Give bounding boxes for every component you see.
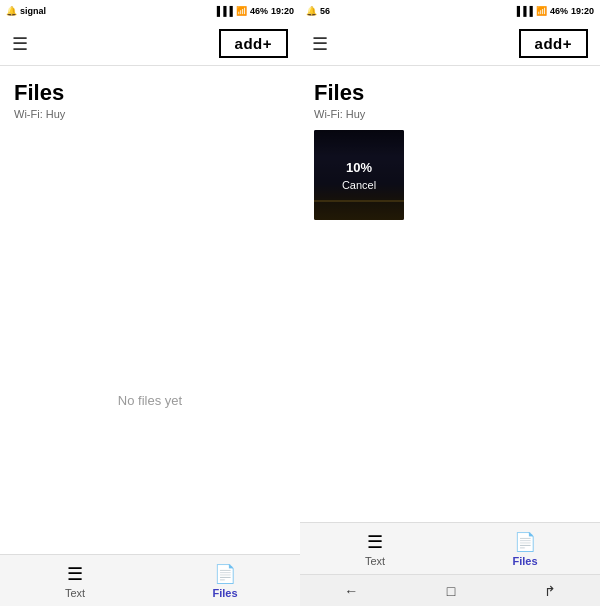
nav-text-left[interactable]: ☰ Text (0, 563, 150, 599)
battery-icon-right: 46% (550, 6, 568, 16)
status-left-icons: 🔔 signal (6, 6, 46, 16)
back-button[interactable]: ← (332, 579, 370, 603)
sim-icon: ▐▐▐ (214, 6, 233, 16)
wifi-info-right: Wi-Fi: Huy (314, 108, 586, 120)
upload-percent: 10% (346, 160, 372, 175)
status-number: signal (20, 6, 46, 16)
page-title-right: Files (314, 80, 586, 106)
notification-icon-right: 🔔 (306, 6, 317, 16)
files-nav-label: Files (212, 587, 237, 599)
nav-files-right[interactable]: 📄 Files (450, 531, 600, 567)
add-button-left[interactable]: add+ (219, 29, 288, 58)
text-nav-icon: ☰ (67, 563, 83, 585)
bottom-nav-left: ☰ Text 📄 Files (0, 554, 300, 606)
wifi-info-left: Wi-Fi: Huy (14, 108, 286, 120)
status-right-icons: ▐▐▐ 📶 46% 19:20 (214, 6, 294, 16)
page-title-left: Files (14, 80, 286, 106)
time-display: 19:20 (271, 6, 294, 16)
hamburger-menu-left[interactable]: ☰ (12, 33, 28, 55)
text-nav-label: Text (65, 587, 85, 599)
right-panel: 🔔 56 ▐▐▐ 📶 46% 19:20 ☰ add+ Files Wi-Fi:… (300, 0, 600, 606)
cancel-upload-button[interactable]: Cancel (342, 179, 376, 191)
status-bar-right: 🔔 56 ▐▐▐ 📶 46% 19:20 (300, 0, 600, 22)
nav-files-left[interactable]: 📄 Files (150, 563, 300, 599)
text-nav-label-right: Text (365, 555, 385, 567)
toolbar-left: ☰ add+ (0, 22, 300, 66)
battery-icon: 46% (250, 6, 268, 16)
wifi-icon: 📶 (236, 6, 247, 16)
nav-text-right[interactable]: ☰ Text (300, 531, 450, 567)
bottom-nav-right: ☰ Text 📄 Files (300, 522, 600, 574)
page-content-left: Files Wi-Fi: Huy No files yet (0, 66, 300, 554)
add-button-right[interactable]: add+ (519, 29, 588, 58)
files-nav-icon: 📄 (214, 563, 236, 585)
no-files-label-left: No files yet (118, 393, 182, 408)
status-number-right: 56 (320, 6, 330, 16)
hamburger-menu-right[interactable]: ☰ (312, 33, 328, 55)
files-nav-label-right: Files (512, 555, 537, 567)
recents-button[interactable]: ↱ (532, 579, 568, 603)
upload-thumbnail: 10% Cancel (314, 130, 404, 220)
android-nav-bar: ← □ ↱ (300, 574, 600, 606)
files-nav-icon-right: 📄 (514, 531, 536, 553)
time-display-right: 19:20 (571, 6, 594, 16)
sim-icon-right: ▐▐▐ (514, 6, 533, 16)
text-nav-icon-right: ☰ (367, 531, 383, 553)
toolbar-right: ☰ add+ (300, 22, 600, 66)
home-button[interactable]: □ (435, 579, 467, 603)
page-content-right: Files Wi-Fi: Huy 10% Cancel (300, 66, 600, 522)
wifi-icon-right: 📶 (536, 6, 547, 16)
status-right-left-icons: 🔔 56 (306, 6, 330, 16)
notification-icon: 🔔 (6, 6, 17, 16)
left-panel: 🔔 signal ▐▐▐ 📶 46% 19:20 ☰ add+ Files Wi… (0, 0, 300, 606)
status-right-right-icons: ▐▐▐ 📶 46% 19:20 (514, 6, 594, 16)
upload-overlay: 10% Cancel (314, 130, 404, 220)
status-bar-left: 🔔 signal ▐▐▐ 📶 46% 19:20 (0, 0, 300, 22)
